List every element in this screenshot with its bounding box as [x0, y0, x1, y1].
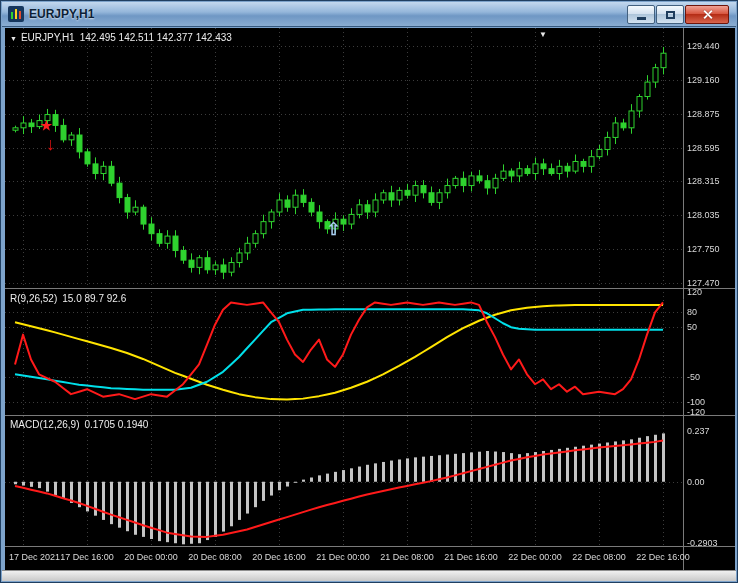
application-window: EURJPY,H1 ▼EURJPY,H1142.495 142.511 142.…: [0, 0, 738, 583]
time-axis-label: 22 Dec 08:00: [572, 552, 626, 562]
minimize-icon: [637, 17, 646, 20]
symbol-period-label: EURJPY,H1: [21, 32, 75, 43]
macd-axis-label: 0.237: [687, 426, 710, 436]
chart-legend: ▼EURJPY,H1142.495 142.511 142.377 142.43…: [10, 32, 237, 43]
buy-arrow[interactable]: ⇧: [327, 221, 341, 238]
price-axis-label: 128.875: [687, 109, 720, 119]
time-axis-label: 22 Dec 16:00: [636, 552, 690, 562]
time-axis-label: 20 Dec 08:00: [188, 552, 242, 562]
window-controls: [627, 5, 729, 24]
close-button[interactable]: [685, 5, 729, 24]
oscillator-axis-label: 50: [687, 322, 697, 332]
oscillator-axis-label: -100: [687, 397, 705, 407]
price-axis-label: 127.750: [687, 244, 720, 254]
time-axis-label: 17 Dec 2021: [9, 552, 60, 562]
macd-legend: MACD(12,26,9)0.1705 0.1940: [10, 419, 153, 430]
minimize-button[interactable]: [627, 5, 655, 24]
oscillator-values: 15.0 89.7 92.6: [62, 293, 126, 304]
time-axis-label: 17 Dec 16:00: [60, 552, 114, 562]
ohlc-values: 142.495 142.511 142.377 142.433: [80, 32, 232, 43]
maximize-button[interactable]: [656, 5, 684, 24]
oscillator-legend: R(9,26,52)15.0 89.7 92.6: [10, 293, 131, 304]
time-axis-label: 21 Dec 00:00: [316, 552, 370, 562]
oscillator-axis-label: -120: [687, 407, 705, 417]
window-bottom-frame: [2, 570, 736, 581]
top-triangle-marker[interactable]: ▼: [539, 31, 547, 39]
chart-client: ▼EURJPY,H1142.495 142.511 142.377 142.43…: [5, 28, 735, 571]
time-axis-label: 21 Dec 08:00: [380, 552, 434, 562]
macd-axis-label: -0.2903: [687, 538, 718, 548]
window-title: EURJPY,H1: [29, 7, 94, 21]
oscillator-axis-label: 80: [687, 307, 697, 317]
sell-arrow[interactable]: ↓: [46, 135, 55, 153]
time-axis-label: 20 Dec 00:00: [124, 552, 178, 562]
macd-name: MACD(12,26,9): [10, 419, 79, 430]
chevron-down-icon[interactable]: ▼: [10, 35, 17, 42]
price-axis-label: 128.315: [687, 176, 720, 186]
time-axis-label: 20 Dec 16:00: [252, 552, 306, 562]
price-axis-label: 129.440: [687, 41, 720, 51]
close-icon: [702, 9, 713, 20]
macd-axis-label: 0.00: [687, 477, 705, 487]
sell-star-marker[interactable]: ★: [41, 119, 53, 132]
price-axis-label: 128.595: [687, 143, 720, 153]
oscillator-axis-label: -50: [687, 372, 700, 382]
price-axis-label: 128.035: [687, 210, 720, 220]
time-axis-label: 22 Dec 00:00: [508, 552, 562, 562]
oscillator-name: R(9,26,52): [10, 293, 57, 304]
title-bar[interactable]: EURJPY,H1: [2, 2, 736, 27]
maximize-icon: [666, 11, 675, 19]
app-icon: [8, 6, 24, 22]
price-axis-label: 129.160: [687, 75, 720, 85]
macd-values: 0.1705 0.1940: [84, 419, 148, 430]
time-axis-label: 21 Dec 16:00: [444, 552, 498, 562]
oscillator-axis-label: 120: [687, 287, 702, 297]
